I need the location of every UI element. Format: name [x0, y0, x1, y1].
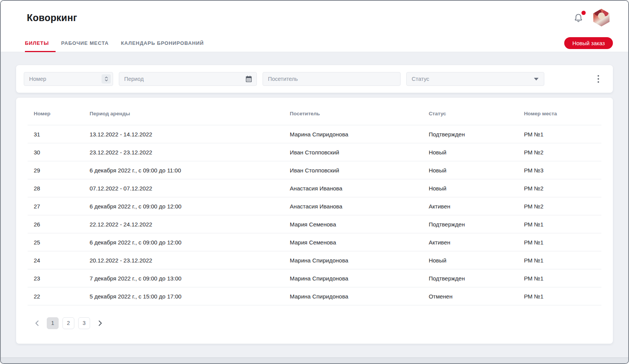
column-header-place: Номер места [524, 98, 601, 125]
column-header-status: Статус [429, 98, 524, 125]
cell-number: 22 [28, 287, 90, 305]
status-filter [406, 72, 544, 86]
cell-number: 25 [28, 233, 90, 251]
pagination: 1 2 3 [28, 317, 601, 329]
cell-period: 7 декабря 2022 г., с 09:00 до 13:00 [90, 269, 290, 287]
cell-number: 26 [28, 215, 90, 233]
table-row[interactable]: 29 6 декабря 2022 г., с 09:00 до 11:00 И… [28, 161, 601, 179]
cell-visitor: Анастасия Иванова [290, 179, 429, 197]
tab-tickets[interactable]: БИЛЕТЫ [25, 34, 49, 52]
cell-place: РМ №1 [524, 269, 601, 287]
cell-period: 6 декабря 2022 г., с 09:00 до 12:00 [90, 233, 290, 251]
table-body: 31 13.12.2022 - 14.12.2022 Марина Спирид… [28, 125, 601, 305]
cell-place: РМ №1 [524, 125, 601, 143]
cell-number: 28 [28, 179, 90, 197]
table-row[interactable]: 22 5 декабря 2022 г., с 15:00 до 17:00 М… [28, 287, 601, 305]
cell-visitor: Марина Спиридонова [290, 251, 429, 269]
cell-visitor: Анастасия Иванова [290, 197, 429, 215]
user-avatar[interactable] [593, 9, 610, 26]
period-filter-input[interactable] [119, 72, 257, 86]
column-header-period: Период аренды [90, 98, 290, 125]
app-header: Коворкинг [1, 1, 628, 34]
table-row[interactable]: 30 23.12.2022 - 23.12.2022 Иван Столповс… [28, 143, 601, 161]
cell-status: Новый [429, 179, 524, 197]
cell-period: 22.12.2022 - 24.12.2022 [90, 215, 290, 233]
number-filter [24, 72, 113, 86]
status-filter-select[interactable] [406, 72, 544, 86]
cell-number: 24 [28, 251, 90, 269]
pagination-page-2[interactable]: 2 [62, 317, 74, 329]
tab-workplaces[interactable]: РАБОЧИЕ МЕСТА [61, 34, 109, 52]
number-filter-input[interactable] [24, 72, 113, 86]
cell-place: РМ №2 [524, 179, 601, 197]
cell-place: РМ №2 [524, 143, 601, 161]
cell-visitor: Иван Столповский [290, 161, 429, 179]
table-row[interactable]: 24 20.12.2022 - 23.12.2022 Марина Спирид… [28, 251, 601, 269]
column-header-visitor: Посетитель [290, 98, 429, 125]
tab-booking-calendar[interactable]: КАЛЕНДАРЬ БРОНИРОВАНИЙ [121, 34, 204, 52]
new-order-button[interactable]: Новый заказ [564, 37, 613, 49]
period-filter [119, 72, 257, 86]
page-title: Коворкинг [27, 12, 77, 23]
orders-table-card: Номер Период аренды Посетитель Статус Но… [16, 98, 613, 344]
cell-number: 27 [28, 197, 90, 215]
cell-period: 13.12.2022 - 14.12.2022 [90, 125, 290, 143]
cell-status: Новый [429, 251, 524, 269]
table-row[interactable]: 28 07.12.2022 - 07.12.2022 Анастасия Ива… [28, 179, 601, 197]
visitor-filter-input[interactable] [263, 72, 401, 86]
table-row[interactable]: 31 13.12.2022 - 14.12.2022 Марина Спирид… [28, 125, 601, 143]
column-header-number: Номер [28, 98, 90, 125]
cell-period: 6 декабря 2022 г., с 09:00 до 11:00 [90, 161, 290, 179]
cell-place: РМ №3 [524, 161, 601, 179]
table-row[interactable]: 25 6 декабря 2022 г., с 09:00 до 12:00 М… [28, 233, 601, 251]
cell-period: 23.12.2022 - 23.12.2022 [90, 143, 290, 161]
cell-visitor: Мария Семенова [290, 215, 429, 233]
cell-number: 30 [28, 143, 90, 161]
cell-visitor: Иван Столповский [290, 143, 429, 161]
header-actions [573, 9, 610, 26]
app-window: Коворкинг БИЛЕТЫ РАБОЧИЕ МЕСТА КАЛЕНДАРЬ… [0, 0, 629, 364]
table-row[interactable]: 23 7 декабря 2022 г., с 09:00 до 13:00 М… [28, 269, 601, 287]
tab-bar: БИЛЕТЫ РАБОЧИЕ МЕСТА КАЛЕНДАРЬ БРОНИРОВА… [1, 34, 628, 52]
main-content: Номер Период аренды Посетитель Статус Но… [1, 52, 628, 357]
cell-status: Отменен [429, 287, 524, 305]
cell-period: 07.12.2022 - 07.12.2022 [90, 179, 290, 197]
cell-visitor: Мария Семенова [290, 233, 429, 251]
table-row[interactable]: 26 22.12.2022 - 24.12.2022 Мария Семенов… [28, 215, 601, 233]
notification-badge-dot [581, 11, 586, 15]
cell-visitor: Марина Спиридонова [290, 125, 429, 143]
cell-period: 5 декабря 2022 г., с 15:00 до 17:00 [90, 287, 290, 305]
notifications-button[interactable] [573, 13, 583, 23]
cell-status: Активен [429, 233, 524, 251]
cell-status: Активен [429, 197, 524, 215]
cell-place: РМ №1 [524, 233, 601, 251]
pagination-page-1[interactable]: 1 [47, 317, 59, 329]
kebab-menu-icon[interactable] [596, 74, 601, 84]
cell-place: РМ №1 [524, 215, 601, 233]
cell-number: 23 [28, 269, 90, 287]
window-bottom-edge [1, 357, 628, 363]
chevron-right-icon [99, 320, 102, 326]
cell-status: Подтвержден [429, 125, 524, 143]
dropdown-arrow-icon[interactable] [534, 78, 539, 80]
cell-status: Новый [429, 143, 524, 161]
cell-status: Подтвержден [429, 215, 524, 233]
pagination-next-button[interactable] [94, 317, 106, 329]
cell-visitor: Марина Спиридонова [290, 269, 429, 287]
pagination-page-3[interactable]: 3 [78, 317, 90, 329]
cell-status: Подтвержден [429, 269, 524, 287]
cell-place: РМ №1 [524, 251, 601, 269]
pagination-prev-button[interactable] [31, 317, 43, 329]
cell-period: 20.12.2022 - 23.12.2022 [90, 251, 290, 269]
table-header-row: Номер Период аренды Посетитель Статус Но… [28, 98, 601, 125]
chevron-left-icon [35, 320, 39, 326]
number-stepper-icon[interactable] [102, 74, 111, 84]
calendar-icon[interactable] [245, 75, 253, 83]
cell-place: РМ №1 [524, 287, 601, 305]
filter-panel [16, 65, 613, 93]
cell-visitor: Марина Спиридонова [290, 287, 429, 305]
orders-table: Номер Период аренды Посетитель Статус Но… [28, 98, 601, 305]
cell-status: Новый [429, 161, 524, 179]
table-row[interactable]: 27 6 декабря 2022 г., с 09:00 до 12:00 А… [28, 197, 601, 215]
cell-number: 29 [28, 161, 90, 179]
